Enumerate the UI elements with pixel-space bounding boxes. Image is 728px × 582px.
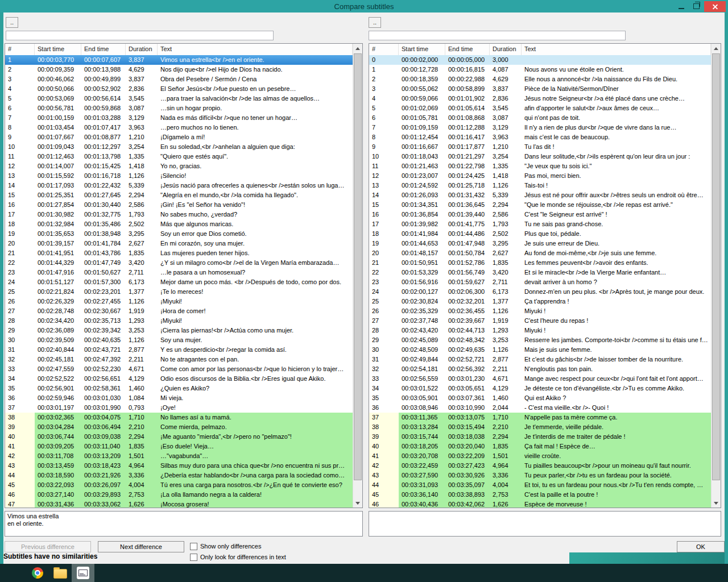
vertical-scrollbar[interactable] xyxy=(353,44,362,508)
only-text-differences-checkbox[interactable] xyxy=(190,554,197,561)
vertical-scrollbar[interactable] xyxy=(711,44,721,508)
subtitle-row[interactable]: 4400:03:18,59000:03:21,9263,336¿Debería … xyxy=(5,471,353,480)
column-header-start-time[interactable]: Start time xyxy=(35,44,81,55)
only-text-differences-label[interactable]: Only look for differences in text xyxy=(200,554,286,560)
subtitle-row[interactable]: 1900:01:35,65300:01:38,9483,295Soy un er… xyxy=(5,229,353,239)
subtitle-row[interactable]: 4200:03:11,70800:03:13,2091,501…"vagabun… xyxy=(5,451,353,461)
subtitle-row[interactable]: 1000:01:18,04300:01:21,2973,254Dans leur… xyxy=(369,152,711,161)
subtitle-row[interactable]: 400:00:50,06600:00:52,9022,836El Señor J… xyxy=(5,84,353,94)
subtitle-row[interactable]: 2500:02:21,82400:02:23,2011,377¡Te lo me… xyxy=(5,287,353,297)
subtitle-row[interactable]: 4100:03:20,70800:03:22,2091,501vieille c… xyxy=(369,451,711,461)
column-header-end-time[interactable]: End time xyxy=(445,44,490,55)
subtitle-row[interactable]: 1100:01:21,46300:01:22,7981,335"Je veux … xyxy=(369,161,711,171)
subtitle-row[interactable]: 2700:02:37,74800:02:39,6671,919C'est l'h… xyxy=(369,316,711,326)
subtitle-row[interactable]: 4300:03:27,59000:03:30,9263,336Tu peux p… xyxy=(369,471,711,480)
subtitle-row[interactable]: 1100:01:12,46300:01:13,7981,335"Quiero q… xyxy=(5,152,353,161)
scroll-down-button[interactable] xyxy=(712,498,721,508)
column-header-start-time[interactable]: Start time xyxy=(399,44,445,55)
subtitle-row[interactable]: 3300:02:47,55900:02:52,2304,671Come con … xyxy=(5,364,353,374)
subtitle-row[interactable]: 1400:01:26,09300:01:31,4325,339Jésus est… xyxy=(369,190,711,200)
subtitle-row[interactable]: 4000:03:18,20500:03:20,0401,835Ça fait m… xyxy=(369,442,711,451)
subtitle-row[interactable]: 1800:01:32,98400:01:35,4862,502Más que a… xyxy=(5,219,353,229)
subtitle-row[interactable]: 900:01:07,66700:01:08,8771,210¡Dígamelo … xyxy=(5,132,353,142)
subtitle-row[interactable]: 4600:03:27,14000:03:29,8932,753¡La olla … xyxy=(5,490,353,500)
subtitle-row[interactable]: 2600:02:26,32900:02:27,4551,126¡Miyuki! xyxy=(5,297,353,306)
subtitle-preview-left[interactable]: Vimos una estrella en el oriente. xyxy=(5,511,363,537)
subtitle-row[interactable]: 1300:01:24,59200:01:25,7181,126Tais-toi … xyxy=(369,181,711,190)
column-header-duration[interactable]: Duration xyxy=(490,44,522,55)
subtitle-row[interactable]: 3700:03:01,19700:03:01,9900,793¡Oye! xyxy=(5,403,353,413)
previous-difference-button[interactable]: Previous difference xyxy=(5,541,91,552)
subtitle-row[interactable]: 3000:02:39,50900:02:40,6351,126Soy una m… xyxy=(5,335,353,345)
subtitle-row[interactable]: 200:00:18,35900:00:22,9884,629Elle nous … xyxy=(369,74,711,84)
subtitle-row[interactable]: 300:00:55,06200:00:58,8993,837Pièce de l… xyxy=(369,84,711,94)
taskbar-chrome-button[interactable] xyxy=(26,564,49,582)
subtitle-row[interactable]: 600:01:05,78100:01:08,8683,087qui n'ont … xyxy=(369,113,711,123)
subtitle-row[interactable]: 300:00:46,06200:00:49,8993,837Obra del P… xyxy=(5,74,353,84)
subtitle-row[interactable]: 4100:03:09,20500:03:11,0401,835¡Eso duel… xyxy=(5,442,353,451)
subtitle-row[interactable]: 100:00:12,72800:00:16,8154,087Nous avons… xyxy=(369,65,711,74)
scrollbar-thumb[interactable] xyxy=(354,53,362,480)
subtitle-row[interactable]: 2900:02:45,08900:02:48,3423,253Resserre … xyxy=(369,335,711,345)
subtitle-row[interactable]: 2000:01:48,15700:01:50,7842,627Au fond d… xyxy=(369,248,711,258)
subtitle-row[interactable]: 4300:03:13,45900:03:18,4234,964Silbas mu… xyxy=(5,461,353,471)
subtitle-row[interactable]: 2300:01:47,91600:01:50,6272,711…le pasar… xyxy=(5,268,353,277)
browse-right-button[interactable]: .. xyxy=(369,17,381,28)
subtitle-row[interactable]: 1600:01:27,85400:01:30,4402,586¡Gin! ¡Es… xyxy=(5,200,353,210)
subtitle-row[interactable]: 2100:01:50,95100:01:52,7861,835Les femme… xyxy=(369,258,711,268)
subtitle-row[interactable]: 500:00:53,06900:00:56,6143,545…para trae… xyxy=(5,94,353,103)
subtitle-row[interactable]: 3500:03:05,90100:03:07,3611,460Qui est A… xyxy=(369,393,711,403)
subtitle-row[interactable]: 4000:03:06,74400:03:09,0382,294¡Me aguan… xyxy=(5,432,353,442)
subtitle-row[interactable]: 1700:01:30,98200:01:32,7751,793No sabes … xyxy=(5,210,353,219)
subtitle-row[interactable]: 2900:02:36,08900:02:39,3423,253¡Cierra l… xyxy=(5,326,353,335)
subtitle-row[interactable]: 3600:03:08,94600:03:10,9902,044- C'est m… xyxy=(369,403,711,413)
subtitle-row[interactable]: 3800:03:02,36500:03:04,0751,710No llames… xyxy=(5,413,353,422)
subtitle-row[interactable]: 2500:02:30,82400:02:32,2011,377Ça t'appr… xyxy=(369,297,711,306)
scroll-down-button[interactable] xyxy=(353,498,362,508)
subtitle-row[interactable]: 3800:03:13,28400:03:15,4942,210Je t'emme… xyxy=(369,422,711,432)
subtitle-row[interactable]: 2600:02:35,32900:02:36,4551,126Miyuki ! xyxy=(369,306,711,316)
subtitle-row[interactable]: 3100:02:40,84400:02:43,7212,877Y es un d… xyxy=(5,345,353,355)
column-header-num[interactable]: # xyxy=(369,44,399,55)
subtitle-row[interactable]: 1400:01:17,09300:01:22,4325,339¡Jesús na… xyxy=(5,181,353,190)
subtitle-row[interactable]: 1200:01:23,00700:01:24,4251,418Pas moi, … xyxy=(369,171,711,181)
subtitle-row[interactable]: 1300:01:15,59200:01:16,7181,126¡Silencio… xyxy=(5,171,353,181)
file-combobox-right[interactable] xyxy=(369,31,626,40)
subtitle-row[interactable]: 700:01:00,15900:01:03,2883,129Nada es má… xyxy=(5,113,353,123)
subtitle-row[interactable]: 3200:02:54,18100:02:56,3922,211N'englout… xyxy=(369,364,711,374)
taskbar-file-explorer-button[interactable] xyxy=(49,564,72,582)
column-header-text[interactable]: Text xyxy=(522,44,711,55)
subtitle-row[interactable]: 600:00:56,78100:00:59,8683,087…sin un ho… xyxy=(5,103,353,113)
subtitle-row[interactable]: 3000:02:48,50900:02:49,6351,126Mais je s… xyxy=(369,345,711,355)
subtitle-row[interactable]: 2200:01:44,32900:01:47,7493,420¿Y si un … xyxy=(5,258,353,268)
subtitle-row[interactable]: 2400:02:00,12700:02:06,3006,173Donnez-m'… xyxy=(369,287,711,297)
minimize-button[interactable] xyxy=(673,1,689,12)
subtitle-row[interactable]: 800:01:12,45400:01:16,4173,963mais c'est… xyxy=(369,132,711,142)
subtitle-row[interactable]: 1600:01:36,85400:01:39,4402,586C'est "le… xyxy=(369,210,711,219)
subtitle-row[interactable]: 3500:02:56,90100:02:58,3611,460¿Quien es… xyxy=(5,384,353,393)
show-only-differences-label[interactable]: Show only differences xyxy=(200,543,261,550)
subtitle-row[interactable]: 3100:02:49,84400:02:52,7212,877Et c'est … xyxy=(369,355,711,364)
show-only-differences-checkbox[interactable] xyxy=(190,543,197,550)
subtitle-row[interactable]: 3600:02:59,94600:03:01,0301,084Mi vieja. xyxy=(5,393,353,403)
subtitle-row[interactable]: 2100:01:41,95100:01:43,7861,835Las mujer… xyxy=(5,248,353,258)
browse-left-button[interactable]: .. xyxy=(6,17,18,28)
scroll-up-button[interactable] xyxy=(353,44,362,53)
subtitle-row[interactable]: 1900:01:44,65300:01:47,9483,295Je suis u… xyxy=(369,239,711,248)
subtitle-row[interactable]: 100:00:03,77000:00:07,6073,837Vimos una … xyxy=(5,55,353,65)
subtitle-row[interactable]: 000:00:02,00000:00:05,0003,000 xyxy=(369,55,711,65)
subtitle-row[interactable]: 1000:01:09,04300:01:12,2973,254En su sol… xyxy=(5,142,353,152)
file-combobox-left[interactable] xyxy=(6,31,274,40)
column-header-end-time[interactable]: End time xyxy=(81,44,126,55)
subtitle-row[interactable]: 2700:02:28,74800:02:30,6671,919¡Hora de … xyxy=(5,306,353,316)
subtitle-row[interactable]: 4500:03:36,14000:03:38,8932,753C'est la … xyxy=(369,490,711,500)
scrollbar-thumb[interactable] xyxy=(712,53,720,480)
subtitle-row[interactable]: 4600:03:40,43600:03:42,0621,626Espèce de… xyxy=(369,500,711,508)
next-difference-button[interactable]: Next difference xyxy=(98,541,184,552)
subtitle-row[interactable]: 2800:02:43,42000:02:44,7131,293Miyuki ! xyxy=(369,326,711,335)
subtitle-row[interactable]: 1700:01:39,98200:01:41,7751,793Tu ne sai… xyxy=(369,219,711,229)
subtitle-row[interactable]: 1800:01:41,98400:01:44,4862,502Plus que … xyxy=(369,229,711,239)
maximize-button[interactable] xyxy=(689,1,704,12)
subtitle-row[interactable]: 3400:02:52,52200:02:56,6514,129Odio esos… xyxy=(5,374,353,384)
subtitle-row[interactable]: 1500:01:25,35100:01:27,6452,294"Alegría … xyxy=(5,190,353,200)
